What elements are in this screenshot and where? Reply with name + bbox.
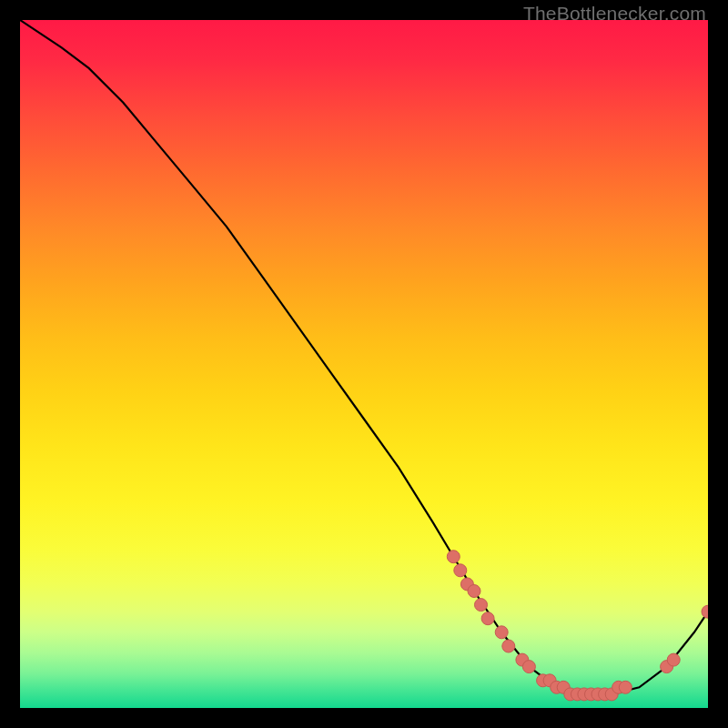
highlight-marker [481, 612, 494, 625]
watermark-text: TheBottlenecker.com [523, 3, 706, 25]
highlight-marker [619, 681, 632, 693]
chart-svg [20, 20, 708, 708]
highlight-marker [447, 551, 460, 563]
highlight-marker [454, 564, 467, 577]
chart-stage: TheBottlenecker.com [0, 0, 728, 728]
highlight-marker [667, 653, 680, 666]
chart-plot-area [20, 20, 708, 708]
highlight-marker [502, 640, 515, 652]
highlight-marker [475, 599, 488, 612]
highlight-marker [522, 661, 535, 673]
highlight-marker [495, 626, 508, 639]
highlight-marker [468, 585, 480, 598]
chart-background-gradient [20, 20, 708, 708]
